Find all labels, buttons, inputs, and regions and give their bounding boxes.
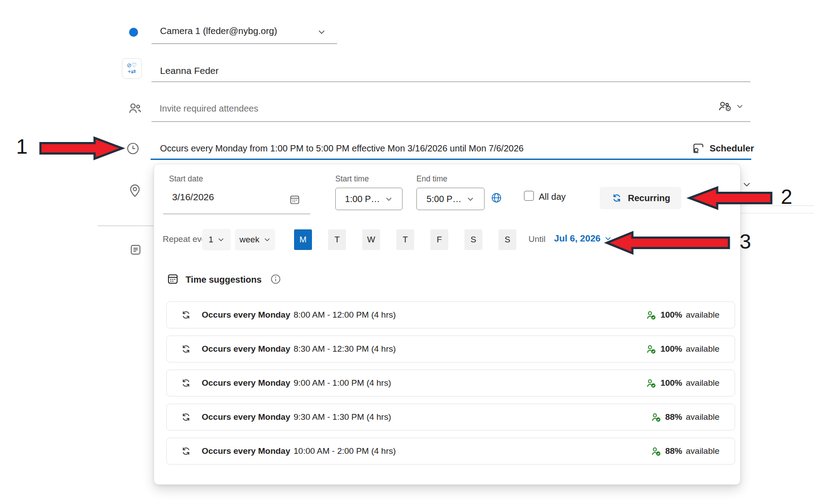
start-time-value: 1:00 P… [345,194,380,204]
day-toggle-monday[interactable]: M [294,229,312,250]
availability-label: available [686,412,719,422]
availability: 100% available [645,310,719,321]
repeat-unit-value: week [239,235,259,245]
end-time-value: 5:00 P… [427,194,462,204]
time-suggestion-row[interactable]: Occurs every Monday 10:00 AM - 2:00 PM (… [166,438,735,465]
attendees-underline [152,121,750,122]
repeat-interval-value: 1 [208,235,213,245]
annotation-label-2: 2 [781,185,792,209]
availability-label: available [686,446,719,456]
end-time-label: End time [416,174,447,184]
repeat-interval-select[interactable]: 1 [202,229,231,250]
availability: 88% available [650,446,719,457]
chevron-down-icon [467,195,474,203]
all-day-label: All day [539,192,566,202]
suggestion-time: 8:00 AM - 12:00 PM (4 hrs) [294,310,396,320]
start-time-select[interactable]: 1:00 P… [335,188,403,210]
recurring-icon [180,411,192,423]
availability-percent: 88% [665,446,682,456]
calendar-select[interactable]: Camera 1 (lfeder@nybg.org) [160,26,277,36]
person-available-icon [650,446,662,457]
availability-percent: 100% [660,310,682,320]
suggestion-time: 8:30 AM - 12:30 PM (4 hrs) [294,344,396,354]
calendar-select-underline [152,43,337,44]
until-label: Until [528,234,546,244]
recurring-icon [180,377,192,389]
calendar-icon[interactable] [289,194,301,206]
recurrence-row-focus-underline [151,159,751,160]
chevron-down-icon [317,28,326,36]
time-suggestions-icon [166,272,179,285]
day-toggle-wednesday[interactable]: W [362,229,380,250]
background-divider [740,213,814,214]
suggestion-title: Occurs every Monday [202,378,294,388]
suggestion-time: 10:00 AM - 2:00 PM (4 hrs) [294,446,396,456]
availability-percent: 88% [665,412,682,422]
info-icon[interactable] [270,273,281,285]
recurring-icon [180,309,192,321]
all-day-checkbox[interactable] [524,191,534,201]
time-suggestion-row[interactable]: Occurs every Monday 9:30 AM - 1:30 PM (4… [166,404,735,431]
recurring-icon [180,445,192,457]
start-time-label: Start time [335,174,369,184]
day-toggle-thursday[interactable]: T [396,229,414,250]
chevron-down-icon [217,236,225,243]
availability-label: available [686,310,719,320]
background-divider [98,225,153,226]
day-toggle-sunday[interactable]: S [498,229,516,250]
calendar-color-dot [129,28,138,37]
suggestion-title: Occurs every Monday [202,412,294,422]
annotation-label-3: 3 [740,229,751,254]
clock-icon [126,142,140,155]
availability-percent: 100% [660,378,682,388]
availability: 88% available [650,412,719,423]
time-suggestion-row[interactable]: Occurs every Monday 9:00 AM - 1:00 PM (4… [166,370,735,396]
attendees-input[interactable] [160,103,527,114]
recurring-button[interactable]: Recurring [600,187,681,209]
day-toggle-friday[interactable]: F [430,229,448,250]
availability-percent: 100% [660,344,682,354]
availability-label: available [686,344,719,354]
chevron-down-icon [736,103,744,110]
recurrence-summary[interactable]: Occurs every Monday from 1:00 PM to 5:00… [160,143,524,154]
start-date-underline [163,214,310,214]
annotation-arrow-1 [38,136,126,161]
suggestion-title: Occurs every Monday [202,344,294,354]
time-suggestion-row[interactable]: Occurs every Monday 8:00 AM - 12:00 PM (… [166,302,735,328]
person-available-icon [645,378,657,389]
availability: 100% available [645,344,719,355]
suggestion-title: Occurs every Monday [202,446,294,456]
time-suggestions-title: Time suggestions [186,275,262,285]
repeat-unit-select[interactable]: week [235,229,275,250]
timezone-globe-icon[interactable] [490,192,502,204]
scheduler-button[interactable]: Scheduler [692,141,763,156]
chevron-down-icon [385,195,393,203]
people-icon [127,101,143,116]
start-date-label: Start date [169,174,203,184]
annotation-arrow-2 [686,185,775,211]
scheduler-icon [692,142,705,155]
person-available-icon [645,344,657,355]
suggestion-time: 9:00 AM - 1:00 PM (4 hrs) [294,378,391,388]
recurring-icon [180,343,192,355]
day-toggle-tuesday[interactable]: T [328,229,346,250]
time-suggestion-row[interactable]: Occurs every Monday 8:30 AM - 12:30 PM (… [166,336,735,362]
person-available-icon [650,412,662,423]
availability-label: available [686,378,719,388]
attendee-options-button[interactable]: ⚙ [717,99,744,115]
annotation-label-1: 1 [16,134,28,159]
notes-icon [129,243,143,257]
end-time-select[interactable]: 5:00 P… [416,188,485,210]
event-compose-window: Camera 1 (lfeder@nybg.org) ⊘♡+⇄ Leanna F… [0,0,814,504]
location-icon [128,182,142,198]
title-underline [152,82,750,82]
until-date-value: Jul 6, 2026 [554,233,601,244]
day-toggle-saturday[interactable]: S [464,229,482,250]
event-title-field[interactable]: Leanna Feder [160,65,219,76]
response-options-icon[interactable]: ⊘♡+⇄ [122,58,142,79]
annotation-arrow-3 [603,230,733,255]
start-date-input[interactable]: 3/16/2026 [172,192,214,202]
person-available-icon [645,310,657,321]
recurring-icon [611,192,623,204]
gear-icon: ⚙ [725,104,732,113]
